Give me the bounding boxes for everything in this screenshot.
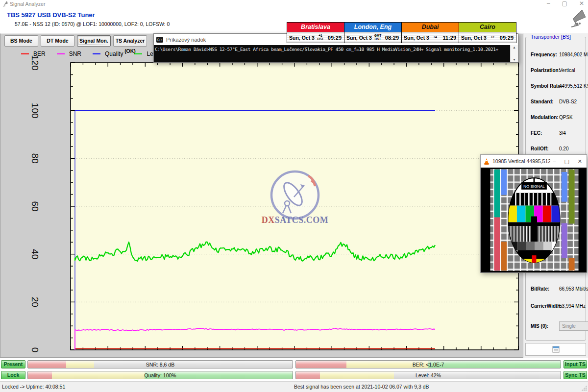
signal-mon-button[interactable]: Signal Mon. — [77, 35, 111, 47]
app-icon — [2, 1, 8, 7]
clock-city: Bratislava — [287, 23, 344, 32]
signal-monitor-chart: 020406080100120 DXSATCS.COM — [0, 48, 524, 358]
lock-button[interactable]: Lock — [1, 371, 25, 379]
bitrate-row: BitRate:66,953 Mbit/s — [531, 286, 588, 292]
cmd-console-text[interactable]: C:\Users\Roman Dávid>NSS 12-57°E_East Af… — [154, 45, 510, 62]
vlc-title-bar[interactable]: 10985 Vertical 44995,512 / ... – ▢ ✕ — [481, 155, 587, 168]
cmd-scrollbar[interactable]: ▲ ▼ — [510, 45, 518, 62]
clock-cairo: Cairo Sun, Oct 3 +2 09:29 — [459, 22, 516, 43]
vlc-close-button[interactable]: ✕ — [578, 158, 582, 165]
clock-date: Sun, Oct 3 — [459, 35, 487, 41]
vlc-video-area[interactable]: NO SIGNAL — [481, 168, 587, 272]
close-button[interactable]: ✕ — [579, 0, 584, 7]
standard-row: Standard:DVB-S2 — [531, 99, 588, 104]
snr-bar-text: SNR: 8,6 dB — [28, 361, 293, 368]
sync-ts-button[interactable]: Sync TS — [564, 371, 587, 379]
vlc-window-title: 10985 Vertical 44995,512 / ... — [492, 158, 550, 164]
svg-text:60: 60 — [30, 201, 40, 211]
window-title: Signal Analyzer — [10, 1, 45, 7]
rolloff-row: RollOff:0.20 — [531, 146, 588, 151]
ber-bar: BER: <1.0E-7 — [295, 360, 561, 368]
clock-timezone: +2 — [487, 36, 498, 39]
clock-time: 08:29 — [385, 35, 401, 41]
present-button[interactable]: Present — [1, 360, 25, 368]
clock-bratislava: Bratislava Sun, Oct 3 +1DST 09:29 — [287, 22, 344, 43]
cmd-icon: C:\ — [156, 37, 163, 43]
tuning-summary: 57.0E - NSS 12 (ID: 0570) @ LOF1: 100000… — [15, 21, 170, 27]
resize-grip-icon[interactable] — [582, 386, 587, 391]
best-signal-status: Best signal has been seen at 2021-10-02 … — [294, 384, 429, 390]
svg-text:40: 40 — [30, 249, 40, 259]
level-bar-text: Level: 42% — [296, 371, 561, 379]
mis-row: MIS (0): Single — [531, 323, 588, 329]
quality-bar-text: Quality: 100% — [28, 371, 293, 379]
ber-bar-text: BER: <1.0E-7 — [296, 361, 561, 368]
svg-text:120: 120 — [30, 55, 40, 71]
modulation-row: Modulation:QPSK — [531, 115, 588, 120]
clock-time: 11:29 — [442, 35, 459, 41]
svg-text:0: 0 — [30, 347, 40, 353]
clock-city: London, Eng — [344, 23, 401, 32]
clock-city: Dubai — [402, 23, 459, 32]
satellite-dish-icon — [564, 9, 587, 29]
clock-timezone: GMTDST — [372, 34, 384, 41]
mis-dropdown[interactable]: Single — [559, 321, 588, 331]
ts-list-button[interactable] — [525, 343, 586, 356]
mode-buttons: BS Mode DT Mode Signal Mon. TS Analyzer … — [4, 35, 147, 47]
svg-text:20: 20 — [30, 297, 40, 307]
vlc-player-window: 10985 Vertical 44995,512 / ... – ▢ ✕ — [480, 154, 587, 273]
svg-text:80: 80 — [30, 153, 40, 164]
scroll-down-icon[interactable]: ▼ — [513, 58, 516, 62]
maximize-button[interactable]: ▢ — [562, 0, 567, 7]
dt-mode-button[interactable]: DT Mode — [41, 35, 74, 47]
title-bar: Signal Analyzer – ▢ ✕ — [0, 0, 588, 8]
svg-text:100: 100 — [30, 103, 40, 119]
svg-text:DXSATCS.COM: DXSATCS.COM — [262, 215, 329, 225]
clock-date: Sun, Oct 3 — [344, 35, 372, 41]
list-icon — [552, 346, 560, 353]
tuner-panel: BS Mode DT Mode Signal Mon. TS Analyzer … — [0, 33, 523, 358]
vlc-cone-icon — [483, 158, 490, 165]
bs-mode-button[interactable]: BS Mode — [4, 35, 38, 47]
clock-timezone: +1DST — [315, 34, 326, 41]
quality-bar: Quality: 100% — [27, 371, 293, 379]
clock-time: 09:29 — [500, 35, 516, 41]
minimize-button[interactable]: – — [547, 0, 550, 7]
clock-london: London, Eng Sun, Oct 3 GMTDST 08:29 — [344, 22, 402, 43]
clock-city: Cairo — [459, 23, 516, 32]
world-clocks: Bratislava Sun, Oct 3 +1DST 09:29 London… — [287, 22, 518, 43]
carrier-width-row: CarrierWidth:53,994 MHz — [531, 303, 588, 309]
input-ts-button[interactable]: Input TS — [564, 360, 587, 368]
level-bar: Level: 42% — [295, 371, 561, 379]
polarization-row: Polarization:Vertical — [531, 68, 588, 73]
clock-date: Sun, Oct 3 — [287, 35, 315, 41]
scroll-up-icon[interactable]: ▲ — [513, 46, 516, 49]
clock-date: Sun, Oct 3 — [402, 35, 429, 41]
frequency-row: Frequency:10984,902 MHz — [531, 52, 588, 57]
cmd-window-title: Príkazový riadok — [166, 37, 206, 43]
fec-row: FEC:3/4 — [531, 130, 588, 136]
test-card: NO SIGNAL — [487, 168, 582, 272]
clock-time: 09:29 — [328, 35, 344, 41]
status-bar: Locked -> Uptime: 40:08:51 Best signal h… — [0, 381, 588, 392]
clock-timezone: +4 — [429, 36, 441, 39]
snr-bar: SNR: 8,6 dB — [27, 360, 293, 368]
transponder-title: Transponder [BS] — [529, 34, 572, 40]
device-title: TBS 5927 USB DVB-S2 Tuner — [7, 11, 95, 19]
vlc-minimize-button[interactable]: – — [553, 158, 556, 165]
ts-analyzer-button[interactable]: TS Analyzer (OK) — [113, 35, 147, 47]
svg-text:NO SIGNAL: NO SIGNAL — [523, 184, 545, 189]
clock-dubai: Dubai Sun, Oct 3 +4 11:29 — [401, 22, 459, 43]
symbol-rate-row: Symbol Rate:44995,512 KS/s — [531, 83, 588, 89]
lock-uptime-status: Locked -> Uptime: 40:08:51 — [2, 384, 65, 390]
vlc-maximize-button[interactable]: ▢ — [564, 158, 569, 165]
